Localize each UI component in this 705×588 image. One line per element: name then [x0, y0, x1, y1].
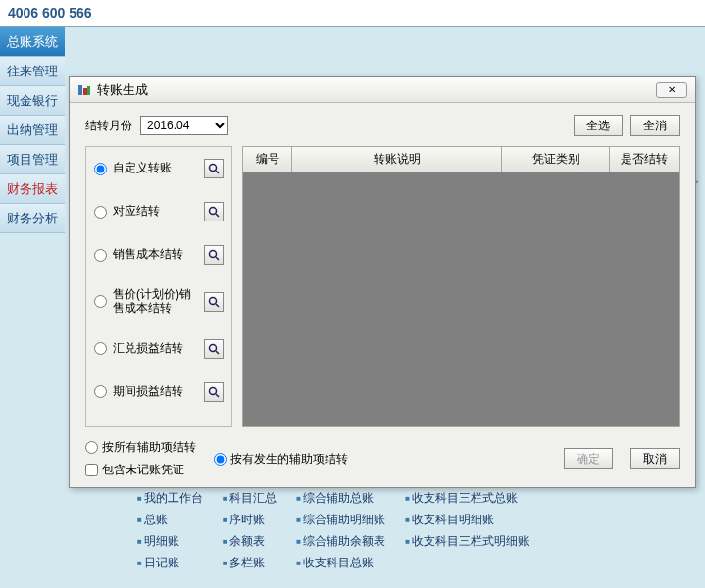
month-label: 结转月份	[85, 118, 132, 134]
sidebar-item-general-ledger[interactable]: 总账系统	[0, 27, 65, 57]
svg-point-9	[210, 297, 217, 304]
bg-link[interactable]: 我的工作台	[137, 490, 203, 507]
bg-link[interactable]: 多栏账	[223, 555, 277, 571]
cancel-button[interactable]: 取消	[630, 448, 680, 469]
svg-line-6	[216, 214, 219, 217]
sidebar-item-cash-bank[interactable]: 现金银行	[0, 86, 65, 116]
option-sales-cost[interactable]: 销售成本结转	[94, 245, 224, 265]
radio-custom[interactable]	[94, 163, 107, 175]
sidebar-item-cashier[interactable]: 出纳管理	[0, 116, 65, 145]
bg-link[interactable]: 综合辅助明细账	[296, 512, 385, 528]
svg-rect-1	[83, 88, 87, 95]
option-period-pl[interactable]: 期间损益结转	[94, 382, 224, 402]
sidebar-item-project[interactable]: 项目管理	[0, 145, 65, 174]
lookup-button[interactable]	[204, 245, 224, 265]
sidebar-item-ar-ap[interactable]: 往来管理	[0, 57, 65, 86]
lookup-button[interactable]	[204, 292, 224, 312]
sidebar: 总账系统 往来管理 现金银行 出纳管理 项目管理 财务报表 财务分析	[0, 27, 65, 233]
background-links: 我的工作台 总账 明细账 日记账 科目汇总 序时账 余额表 多栏账 综合辅助总账…	[137, 490, 696, 571]
bg-link[interactable]: 序时账	[223, 512, 277, 528]
bg-link[interactable]: 科目汇总	[223, 490, 277, 507]
lookup-button[interactable]	[204, 202, 224, 221]
sidebar-item-reports[interactable]: 财务报表	[0, 174, 65, 204]
svg-point-11	[210, 344, 217, 351]
radio-period-pl[interactable]	[94, 385, 107, 398]
option-custom-transfer[interactable]: 自定义转账	[94, 159, 224, 178]
bg-link[interactable]: 综合辅助余额表	[296, 533, 385, 550]
radio-sales-cost[interactable]	[94, 249, 107, 262]
bg-link[interactable]: 总账	[137, 512, 203, 528]
select-none-button[interactable]: 全消	[630, 115, 680, 136]
svg-line-12	[216, 351, 219, 354]
svg-point-7	[210, 251, 217, 258]
bg-link[interactable]: 日记账	[137, 555, 203, 571]
radio-planned-price[interactable]	[94, 295, 107, 308]
lookup-button[interactable]	[204, 159, 224, 178]
lookup-button[interactable]	[204, 382, 224, 402]
radio-occurred-aux[interactable]: 按有发生的辅助项结转	[214, 451, 348, 467]
svg-point-13	[210, 387, 217, 394]
svg-line-14	[216, 394, 219, 397]
grid-body[interactable]	[242, 172, 680, 427]
col-voucher-type[interactable]: 凭证类别	[502, 147, 610, 172]
close-button[interactable]: ✕	[656, 82, 687, 98]
transfer-type-panel: 自定义转账 对应结转 销售成本结转 售价(计划价)销售成本结转	[85, 146, 232, 427]
select-all-button[interactable]: 全选	[574, 115, 623, 136]
grid-header: 编号 转账说明 凭证类别 是否结转	[242, 146, 680, 172]
lookup-button[interactable]	[204, 339, 224, 359]
svg-line-4	[216, 171, 219, 173]
transfer-dialog: 转账生成 ✕ 结转月份 2016.04 全选 全消 自定义转账 对应结转	[69, 76, 696, 488]
svg-rect-2	[87, 86, 90, 95]
bg-link[interactable]: 收支科目总账	[296, 555, 385, 571]
col-number[interactable]: 编号	[243, 147, 292, 172]
col-is-closed[interactable]: 是否结转	[610, 147, 679, 172]
radio-corresponding[interactable]	[94, 206, 107, 219]
bg-link[interactable]: 收支科目三栏式总账	[405, 490, 529, 507]
svg-line-8	[216, 257, 219, 260]
phone-number: 4006 600 566	[8, 5, 92, 21]
radio-exchange[interactable]	[94, 342, 107, 355]
sidebar-item-analysis[interactable]: 财务分析	[0, 204, 65, 233]
svg-point-5	[210, 208, 217, 215]
bg-link[interactable]: 收支科目三栏式明细账	[405, 533, 529, 550]
svg-rect-0	[78, 85, 82, 95]
option-corresponding[interactable]: 对应结转	[94, 202, 224, 221]
bg-link[interactable]: 余额表	[223, 533, 277, 550]
ok-button[interactable]: 确定	[564, 448, 613, 469]
dialog-titlebar: 转账生成 ✕	[70, 77, 695, 103]
option-planned-price[interactable]: 售价(计划价)销售成本结转	[94, 288, 224, 316]
result-grid: 编号 转账说明 凭证类别 是否结转	[242, 146, 680, 427]
dialog-title: 转账生成	[97, 81, 148, 99]
month-select[interactable]: 2016.04	[140, 116, 228, 135]
bg-link[interactable]: 收支科目明细账	[405, 512, 529, 528]
top-bar: 4006 600 566	[0, 0, 705, 27]
bg-link[interactable]: 明细账	[137, 533, 203, 550]
app-icon	[77, 83, 91, 97]
option-exchange[interactable]: 汇兑损益结转	[94, 339, 224, 359]
svg-line-10	[216, 304, 219, 307]
bg-link[interactable]: 综合辅助总账	[296, 490, 385, 507]
radio-all-aux[interactable]: 按所有辅助项结转	[85, 439, 196, 456]
col-description[interactable]: 转账说明	[292, 147, 502, 172]
svg-point-3	[210, 165, 217, 172]
checkbox-include-unposted[interactable]: 包含未记账凭证	[85, 462, 196, 478]
